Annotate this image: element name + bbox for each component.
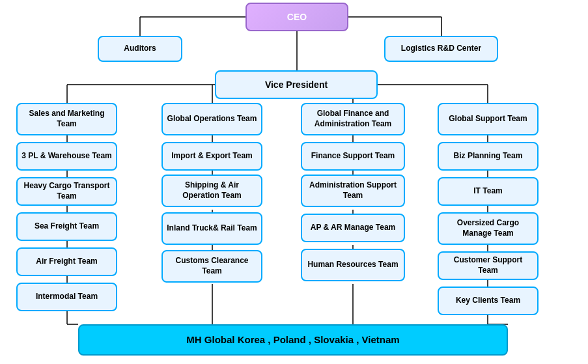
air-freight-node: Air Freight Team	[16, 247, 117, 276]
vp-node: Vice President	[215, 70, 378, 99]
3pl-node: 3 PL & Warehouse Team	[16, 142, 117, 171]
ap-ar-node: AP & AR Manage Team	[301, 214, 405, 242]
finance-support-node: Finance Support Team	[301, 142, 405, 171]
global-ops-node: Global Operations Team	[161, 103, 262, 135]
logistics-rd-node: Logistics R&D Center	[384, 36, 498, 62]
shipping-air-node: Shipping & Air Operation Team	[161, 175, 262, 207]
customer-support-node: Customer Support Team	[438, 251, 539, 280]
mh-global-node: MH Global Korea , Poland , Slovakia , Vi…	[78, 324, 508, 356]
intermodal-node: Intermodal Team	[16, 283, 117, 311]
oversized-node: Oversized Cargo Manage Team	[438, 212, 539, 245]
admin-support-node: Administration Support Team	[301, 175, 405, 207]
customs-node: Customs Clearance Team	[161, 250, 262, 283]
key-clients-node: Key Clients Team	[438, 287, 539, 315]
heavy-cargo-node: Heavy Cargo Transport Team	[16, 177, 117, 206]
inland-truck-node: Inland Truck& Rail Team	[161, 212, 262, 245]
sales-node: Sales and Marketing Team	[16, 103, 117, 135]
sea-freight-node: Sea Freight Team	[16, 212, 117, 241]
global-support-node: Global Support Team	[438, 103, 539, 135]
import-export-node: Import & Export Team	[161, 142, 262, 171]
ceo-node: CEO	[245, 3, 348, 31]
hr-node: Human Resources Team	[301, 249, 405, 281]
it-team-node: IT Team	[438, 177, 539, 206]
org-chart: CEO Auditors Logistics R&D Center Vice P…	[0, 0, 588, 10]
auditors-node: Auditors	[98, 36, 182, 62]
biz-planning-node: Biz Planning Team	[438, 142, 539, 171]
global-finance-node: Global Finance and Administration Team	[301, 103, 405, 135]
